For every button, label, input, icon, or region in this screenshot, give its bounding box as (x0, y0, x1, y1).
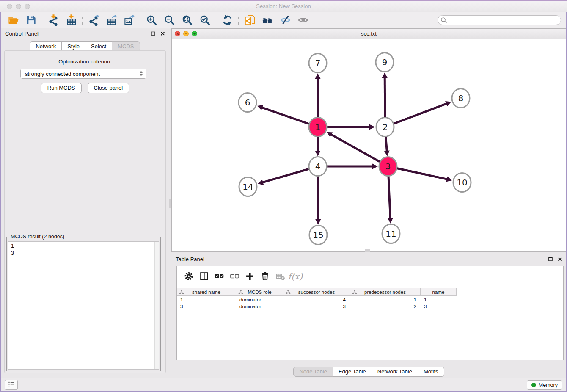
import-table-button[interactable] (62, 13, 80, 27)
float-table-panel-icon[interactable] (548, 256, 553, 264)
graph-node-6[interactable]: 6 (239, 93, 256, 112)
run-mcds-button[interactable]: Run MCDS (41, 83, 82, 93)
graph-node-9[interactable]: 9 (376, 53, 394, 72)
graph-node-10[interactable]: 10 (453, 173, 471, 192)
mcds-result-textarea[interactable]: 1 3 (8, 241, 159, 370)
graph-node-2[interactable]: 2 (376, 118, 394, 137)
network-canvas[interactable]: 1234678910111415 (172, 39, 566, 251)
table-cell: 3 (177, 303, 236, 310)
edge-2-8[interactable] (385, 104, 446, 127)
svg-text:2: 2 (383, 122, 388, 132)
column-header-name[interactable]: name (421, 288, 457, 295)
graph-node-8[interactable]: 8 (452, 89, 470, 108)
table-cell: 1 (350, 296, 421, 303)
home-button[interactable] (259, 13, 276, 27)
table-cell: 3 (284, 303, 350, 310)
export-network-button[interactable] (85, 13, 102, 27)
import-network-button[interactable] (44, 13, 62, 27)
function-builder-icon: f(x) (288, 271, 303, 282)
zoom-fit-icon (182, 14, 193, 26)
search-input[interactable] (438, 15, 561, 25)
criterion-value: strongly connected component (25, 71, 100, 77)
graph-node-15[interactable]: 15 (309, 226, 327, 245)
graph-node-11[interactable]: 11 (382, 224, 400, 243)
toolbar-separator (82, 14, 83, 26)
column-header-mcds-role[interactable]: MCDS role (236, 288, 284, 295)
close-panel-icon[interactable] (160, 30, 165, 38)
save-session-button[interactable] (22, 13, 40, 27)
graph-node-1[interactable]: 1 (309, 118, 327, 137)
zoom-out-button[interactable] (160, 13, 178, 27)
application-window: Session: New Session Control Panel Netwo… (0, 0, 567, 392)
delete-row-button[interactable] (257, 269, 272, 284)
main-toolbar (1, 12, 566, 28)
table-cell: 3 (421, 303, 457, 310)
refresh-view-button[interactable] (218, 13, 236, 27)
edge-3-1[interactable] (331, 135, 388, 166)
close-panel-button[interactable]: Close panel (88, 83, 129, 93)
zoom-in-button[interactable] (143, 13, 160, 27)
zoom-out-icon (164, 14, 175, 26)
mcds-panel: Optimization criterion: strongly connect… (4, 50, 166, 373)
table-panel-header: Table Panel (171, 254, 566, 265)
svg-text:11: 11 (385, 229, 396, 239)
memory-button[interactable]: Memory (527, 380, 562, 390)
task-history-button[interactable] (5, 380, 18, 390)
close-table-panel-icon[interactable] (557, 256, 563, 264)
export-table-button[interactable] (102, 13, 120, 27)
vertical-splitter-handle[interactable] (169, 199, 171, 208)
window-title: Session: New Session (0, 3, 567, 9)
graph-node-7[interactable]: 7 (309, 54, 327, 73)
hide-selected-button[interactable] (276, 13, 294, 27)
dropdown-stepper-icon (138, 70, 145, 77)
graph-node-14[interactable]: 14 (239, 177, 257, 196)
tab-network-table[interactable]: Network Table (372, 367, 418, 377)
edge-arrowhead (315, 73, 321, 79)
show-all-button[interactable] (294, 13, 312, 27)
table-row[interactable]: 1dominator411 (177, 296, 457, 303)
graph-node-4[interactable]: 4 (309, 157, 327, 176)
tab-motifs[interactable]: Motifs (418, 367, 444, 377)
deselect-all-rows-button[interactable] (227, 269, 242, 284)
toggle-columns-button[interactable] (196, 269, 212, 284)
clone-network-button[interactable] (241, 13, 259, 27)
table-toolbar: f(x) (177, 266, 563, 286)
list-icon (8, 381, 15, 389)
show-all-icon (297, 14, 309, 26)
svg-text:6: 6 (245, 97, 250, 108)
add-row-button[interactable] (242, 269, 257, 284)
column-header-predecessor-nodes[interactable]: predecessor nodes (350, 288, 421, 295)
refresh-view-icon (222, 14, 233, 26)
tab-edge-table[interactable]: Edge Table (333, 367, 372, 377)
export-image-button[interactable] (120, 13, 138, 27)
float-panel-icon[interactable] (151, 30, 156, 38)
table-settings-button[interactable] (181, 269, 196, 284)
column-header-successor-nodes[interactable]: successor nodes (284, 288, 350, 295)
table-settings-icon (184, 271, 194, 281)
column-label: shared name (192, 290, 220, 295)
svg-text:9: 9 (382, 57, 388, 67)
result-scrollbar[interactable] (154, 242, 159, 369)
column-label: successor nodes (298, 290, 335, 295)
select-all-rows-button[interactable] (212, 269, 227, 284)
svg-text:1: 1 (315, 122, 321, 132)
home-icon (262, 14, 273, 26)
svg-text:8: 8 (458, 93, 464, 103)
graph-node-3[interactable]: 3 (379, 157, 397, 176)
zoom-fit-button[interactable] (178, 13, 196, 27)
criterion-dropdown[interactable]: strongly connected component (20, 69, 146, 79)
table-cell: 1 (177, 296, 236, 303)
import-network-icon (48, 14, 59, 26)
zoom-selected-button[interactable] (196, 13, 214, 27)
tab-node-table[interactable]: Node Table (293, 367, 333, 377)
column-header-shared-name[interactable]: shared name (177, 288, 236, 295)
horizontal-splitter-handle[interactable] (365, 249, 370, 252)
table-row[interactable]: 3dominator323 (177, 303, 457, 310)
delete-table-icon (275, 271, 285, 281)
toggle-columns-icon (199, 271, 209, 281)
export-image-icon (124, 14, 135, 26)
toolbar-separator (238, 14, 239, 26)
add-row-icon (245, 271, 255, 281)
open-session-button[interactable] (4, 13, 22, 27)
edge-arrowhead (258, 179, 264, 185)
